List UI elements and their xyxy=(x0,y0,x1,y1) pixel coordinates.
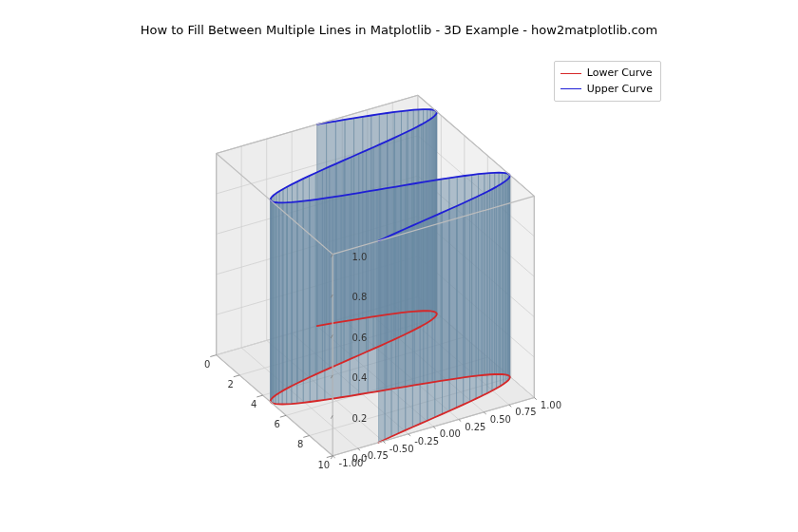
svg-line-55 xyxy=(358,448,360,450)
y-tick--0.75: -0.75 xyxy=(364,450,389,461)
fill-strip xyxy=(279,189,283,392)
fill-strip xyxy=(401,110,408,313)
legend-entry-lower: Lower Curve xyxy=(560,66,653,82)
legend-swatch-lower xyxy=(560,73,581,74)
legend: Lower Curve Upper Curve xyxy=(554,61,661,102)
fill-strip xyxy=(309,173,315,377)
z-tick-0.6: 0.6 xyxy=(352,332,367,343)
fill-strip xyxy=(479,174,484,376)
svg-line-48 xyxy=(210,355,216,357)
legend-label-lower: Lower Curve xyxy=(587,66,653,82)
z-tick-0.4: 0.4 xyxy=(352,372,367,383)
x-tick-8: 8 xyxy=(297,439,303,449)
svg-line-60 xyxy=(484,412,485,414)
z-tick-0: 0.0 xyxy=(352,453,367,464)
fill-strip xyxy=(424,109,428,311)
y-tick-0: 0.00 xyxy=(440,428,461,439)
legend-label-upper: Upper Curve xyxy=(587,82,653,98)
svg-line-61 xyxy=(509,405,511,407)
y-tick--0.25: -0.25 xyxy=(414,436,439,446)
fill-strip xyxy=(419,109,424,311)
svg-line-59 xyxy=(459,419,461,421)
axes-3d: Lower Curve Upper Curve 0246810-1.00-0.7… xyxy=(114,57,665,504)
z-tick-0.8: 0.8 xyxy=(352,292,367,302)
fill-strip xyxy=(274,193,276,396)
fill-strip xyxy=(465,175,471,377)
svg-line-51 xyxy=(280,415,286,417)
fill-strip xyxy=(495,173,499,374)
fill-strip xyxy=(272,195,274,398)
x-tick-2: 2 xyxy=(228,379,234,390)
legend-swatch-upper xyxy=(560,88,581,89)
svg-line-62 xyxy=(534,398,536,400)
fill-strip xyxy=(292,181,297,386)
svg-line-50 xyxy=(256,395,262,397)
svg-line-52 xyxy=(303,436,309,438)
fill-strip xyxy=(276,191,279,394)
fill-strip xyxy=(428,109,430,311)
plot-svg: 0246810-1.00-0.75-0.50-0.250.000.250.500… xyxy=(114,57,665,504)
fill-strip xyxy=(413,109,418,312)
fill-strip xyxy=(354,117,363,320)
x-tick-10: 10 xyxy=(317,460,330,470)
y-tick-0.75: 0.75 xyxy=(515,407,536,417)
fill-strip xyxy=(408,110,413,313)
y-tick-0.5: 0.50 xyxy=(490,414,511,425)
svg-line-49 xyxy=(234,375,239,377)
svg-line-54 xyxy=(332,456,334,458)
x-tick-6: 6 xyxy=(275,419,280,429)
fill-strip xyxy=(484,173,490,375)
fill-strip xyxy=(394,111,401,314)
fill-strip xyxy=(388,112,395,314)
z-tick-0.2: 0.2 xyxy=(352,413,367,424)
y-tick--0.5: -0.50 xyxy=(390,444,414,454)
y-tick-0.25: 0.25 xyxy=(465,422,485,432)
fill-strip xyxy=(441,178,449,381)
fill-strip xyxy=(503,173,505,374)
fill-strip xyxy=(327,122,336,325)
svg-line-57 xyxy=(408,434,410,436)
fill-strip xyxy=(317,123,327,326)
svg-line-56 xyxy=(383,441,385,443)
fill-strip xyxy=(345,118,353,321)
fill-strip xyxy=(303,176,309,380)
figure: How to Fill Between Multiple Lines in Ma… xyxy=(0,0,798,532)
fill-strip xyxy=(490,173,495,374)
fill-strip xyxy=(472,174,479,376)
fill-strip xyxy=(335,120,345,323)
z-tick-1: 1.0 xyxy=(352,252,367,262)
svg-line-58 xyxy=(433,427,435,428)
chart-title: How to Fill Between Multiple Lines in Ma… xyxy=(0,23,798,37)
legend-entry-upper: Upper Curve xyxy=(560,82,653,98)
fill-strip xyxy=(433,110,435,313)
fill-strip xyxy=(499,173,503,374)
fill-strip xyxy=(283,186,287,390)
fill-strip xyxy=(363,115,371,318)
fill-strip xyxy=(287,184,292,389)
fill-strip xyxy=(430,109,433,312)
x-tick-4: 4 xyxy=(251,399,256,409)
y-tick-1: 1.00 xyxy=(541,400,561,410)
x-tick-0: 0 xyxy=(204,359,210,370)
fill-strip xyxy=(297,179,303,383)
